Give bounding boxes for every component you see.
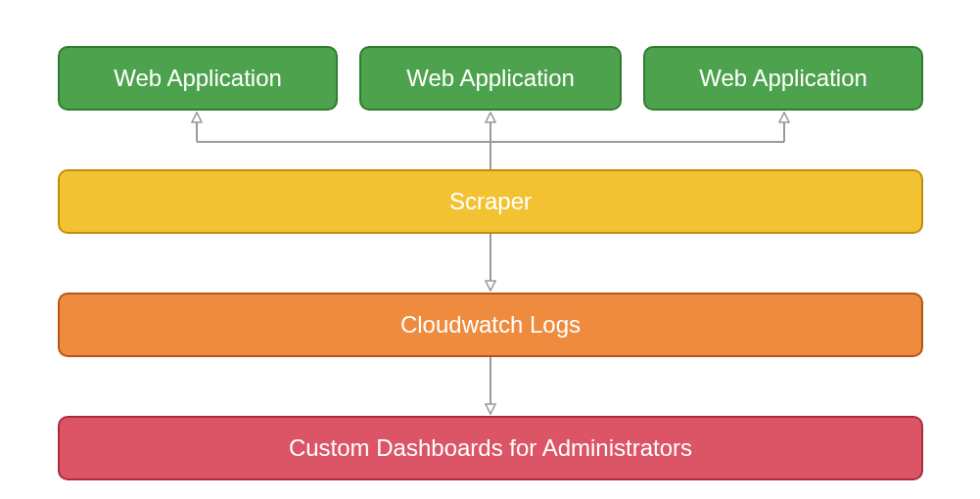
node-dashboards: Custom Dashboards for Administrators xyxy=(58,416,923,480)
node-cloudwatch-logs: Cloudwatch Logs xyxy=(58,293,923,357)
node-label: Scraper xyxy=(449,188,532,215)
node-label: Custom Dashboards for Administrators xyxy=(289,434,692,462)
node-label: Web Application xyxy=(114,65,282,92)
node-scraper: Scraper xyxy=(58,169,923,234)
node-web-app-1: Web Application xyxy=(58,46,338,111)
node-web-app-2: Web Application xyxy=(359,46,622,111)
node-label: Cloudwatch Logs xyxy=(400,311,581,339)
node-web-app-3: Web Application xyxy=(643,46,923,111)
node-label: Web Application xyxy=(699,65,867,92)
node-label: Web Application xyxy=(406,65,575,92)
